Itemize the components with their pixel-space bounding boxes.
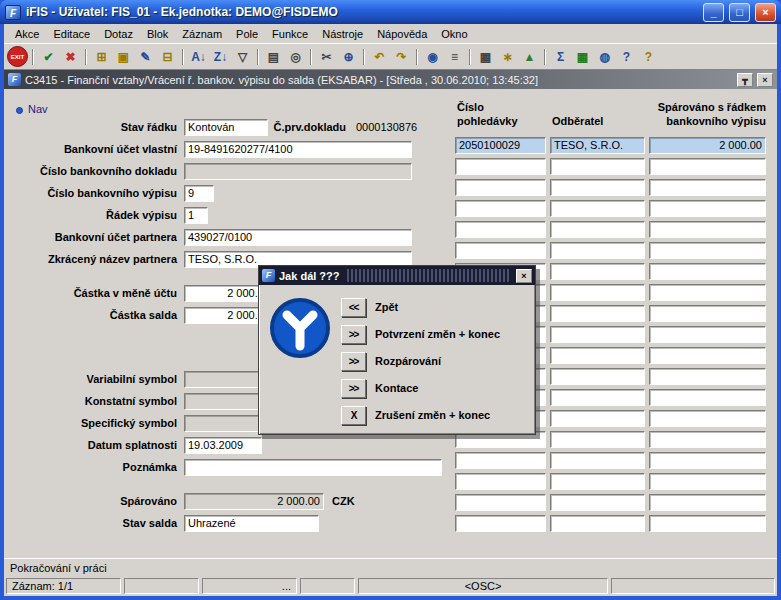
radek-vypisu-field[interactable]: 1: [184, 207, 208, 224]
search-button[interactable]: ◉: [422, 46, 443, 67]
matched-amount-cell[interactable]: [649, 452, 766, 469]
menu-item-okno[interactable]: Okno: [434, 26, 474, 42]
customer-cell[interactable]: [550, 263, 645, 280]
cut-button[interactable]: ✂: [316, 46, 337, 67]
sparovano-field[interactable]: 2 000.00: [184, 493, 324, 510]
customer-cell[interactable]: [550, 494, 645, 511]
sort-desc-button[interactable]: Z↓: [210, 46, 231, 67]
customer-cell[interactable]: [550, 347, 645, 364]
matched-amount-cell[interactable]: [649, 389, 766, 406]
sum-button[interactable]: Σ: [550, 46, 571, 67]
rozparovani-button[interactable]: >>: [341, 352, 366, 371]
menu-item-napoveda[interactable]: Nápověda: [370, 26, 434, 42]
matched-amount-cell[interactable]: [649, 347, 766, 364]
menu-item-nastroje[interactable]: Nástroje: [315, 26, 370, 42]
menu-item-akce[interactable]: Akce: [8, 26, 46, 42]
customer-cell[interactable]: [550, 431, 645, 448]
customer-cell[interactable]: [550, 242, 645, 259]
customer-cell[interactable]: [550, 410, 645, 427]
customer-cell[interactable]: [550, 305, 645, 322]
maximize-button[interactable]: □: [729, 3, 750, 22]
matched-amount-cell[interactable]: [649, 431, 766, 448]
globe-button[interactable]: ◍: [594, 46, 615, 67]
calendar-button[interactable]: ▦: [475, 46, 496, 67]
print-button[interactable]: ▤: [263, 46, 284, 67]
matched-amount-cell[interactable]: 2 000.00: [649, 137, 766, 154]
insert-record-button[interactable]: ⊞: [91, 46, 112, 67]
mdi-close-icon[interactable]: ×: [757, 73, 773, 87]
datum-splatnosti-field[interactable]: 19.03.2009: [184, 437, 262, 454]
stav-salda-field[interactable]: Uhrazené: [184, 515, 319, 532]
customer-cell[interactable]: [550, 452, 645, 469]
menu-item-zaznam[interactable]: Záznam: [175, 26, 229, 42]
attach-button[interactable]: ⊕: [338, 46, 359, 67]
matched-amount-cell[interactable]: [649, 221, 766, 238]
list-values-button[interactable]: ≡: [444, 46, 465, 67]
zruseni-zmen-konec-button[interactable]: X: [341, 406, 366, 425]
potvrzeni-zmen-konec-button[interactable]: >>: [341, 325, 366, 344]
help-button[interactable]: ?: [616, 46, 637, 67]
kontace-button[interactable]: >>: [341, 379, 366, 398]
customer-cell[interactable]: TESO, S.R.O.: [550, 137, 645, 154]
menu-item-pole[interactable]: Pole: [229, 26, 265, 42]
invoice-number-cell[interactable]: [455, 221, 546, 238]
invoice-number-cell[interactable]: [455, 242, 546, 259]
undo-button[interactable]: ↶: [369, 46, 390, 67]
customer-cell[interactable]: [550, 200, 645, 217]
matched-amount-cell[interactable]: [649, 515, 766, 532]
duplicate-record-button[interactable]: ▣: [113, 46, 134, 67]
print-preview-button[interactable]: ◎: [285, 46, 306, 67]
invoice-number-cell[interactable]: 2050100029: [455, 137, 546, 154]
nav-label[interactable]: Nav: [28, 103, 48, 115]
matched-amount-cell[interactable]: [649, 200, 766, 217]
poznamka-field[interactable]: [184, 459, 442, 476]
invoice-number-cell[interactable]: [455, 494, 546, 511]
invoice-number-cell[interactable]: [455, 158, 546, 175]
customer-cell[interactable]: [550, 515, 645, 532]
cislo-bank-dokladu-field[interactable]: [184, 163, 412, 180]
matched-amount-cell[interactable]: [649, 263, 766, 280]
commit-button[interactable]: ✔: [38, 46, 59, 67]
redo-button[interactable]: ↷: [391, 46, 412, 67]
menu-item-blok[interactable]: Blok: [140, 26, 175, 42]
menu-item-editace[interactable]: Editace: [46, 26, 97, 42]
zpet-button[interactable]: <<: [341, 298, 366, 317]
invoice-number-cell[interactable]: [455, 452, 546, 469]
matched-amount-cell[interactable]: [649, 494, 766, 511]
matched-amount-cell[interactable]: [649, 284, 766, 301]
menu-item-funkce[interactable]: Funkce: [265, 26, 315, 42]
close-button[interactable]: ×: [755, 3, 776, 22]
dialog-close-icon[interactable]: ×: [516, 269, 532, 283]
invoice-number-cell[interactable]: [455, 473, 546, 490]
minimize-button[interactable]: _: [703, 3, 724, 22]
bank-ucet-vlastni-field[interactable]: 19-8491620277/4100: [184, 141, 412, 158]
matched-amount-cell[interactable]: [649, 368, 766, 385]
customer-cell[interactable]: [550, 179, 645, 196]
rollback-button[interactable]: ✖: [60, 46, 81, 67]
matched-amount-cell[interactable]: [649, 326, 766, 343]
filter-button[interactable]: ▽: [232, 46, 253, 67]
customer-cell[interactable]: [550, 389, 645, 406]
invoice-number-cell[interactable]: [455, 515, 546, 532]
customer-cell[interactable]: [550, 326, 645, 343]
delete-record-button[interactable]: ⊟: [157, 46, 178, 67]
customer-cell[interactable]: [550, 473, 645, 490]
matched-amount-cell[interactable]: [649, 473, 766, 490]
invoice-number-cell[interactable]: [455, 200, 546, 217]
chart-button[interactable]: ▲: [519, 46, 540, 67]
edit-record-button[interactable]: ✎: [135, 46, 156, 67]
sort-asc-button[interactable]: A↓: [188, 46, 209, 67]
export-excel-button[interactable]: ▦: [572, 46, 593, 67]
matched-amount-cell[interactable]: [649, 410, 766, 427]
customer-cell[interactable]: [550, 368, 645, 385]
invoice-number-cell[interactable]: [455, 179, 546, 196]
customer-cell[interactable]: [550, 158, 645, 175]
context-help-button[interactable]: ?: [638, 46, 659, 67]
matched-amount-cell[interactable]: [649, 158, 766, 175]
menu-item-dotaz[interactable]: Dotaz: [97, 26, 140, 42]
customer-cell[interactable]: [550, 284, 645, 301]
cislo-bank-vypisu-field[interactable]: 9: [184, 185, 214, 202]
bank-ucet-partnera-field[interactable]: 439027/0100: [184, 229, 412, 246]
matched-amount-cell[interactable]: [649, 305, 766, 322]
matched-amount-cell[interactable]: [649, 242, 766, 259]
